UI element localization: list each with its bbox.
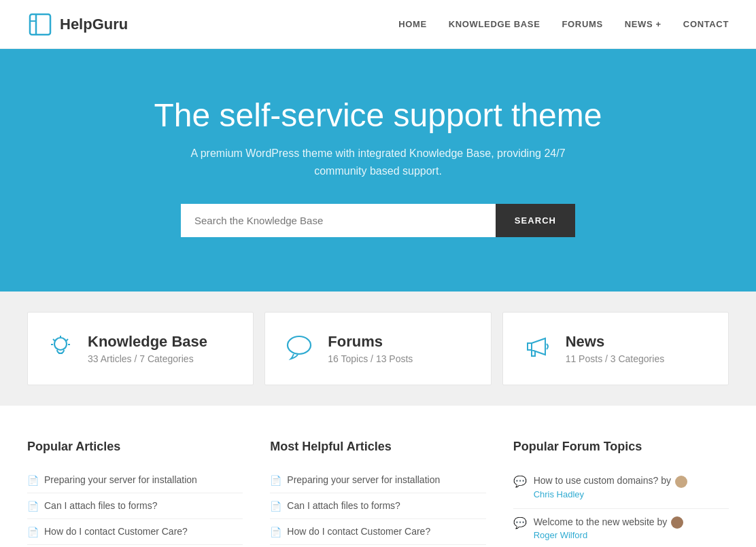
- logo[interactable]: HelpGuru: [27, 12, 128, 37]
- stat-card-2[interactable]: News 11 Posts / 3 Categories: [502, 312, 729, 385]
- main-nav: HOMEKNOWLEDGE BASEFORUMSNEWS +CONTACT: [398, 19, 729, 29]
- stat-detail-1: 16 Topics / 13 Posts: [328, 353, 413, 364]
- doc-icon: 📄: [270, 501, 281, 512]
- list-item[interactable]: 📄Can I attach files to forms?: [27, 493, 243, 519]
- article-title: How do I contact Customer Care?: [287, 526, 430, 537]
- stat-title-0: Knowledge Base: [88, 333, 207, 351]
- forum-icon: 💬: [513, 475, 527, 488]
- doc-icon: 📄: [27, 501, 39, 512]
- stats-grid: Knowledge Base 33 Articles / 7 Categorie…: [27, 312, 729, 385]
- nav-item-knowledge-base[interactable]: KNOWLEDGE BASE: [449, 19, 540, 29]
- topic-content: How to use custom domains? by Chris Hadl…: [534, 474, 689, 501]
- search-bar: SEARCH: [181, 204, 575, 237]
- stat-detail-2: 11 Posts / 3 Categories: [566, 353, 665, 364]
- svg-line-7: [67, 339, 69, 341]
- stat-info-1: Forums 16 Topics / 13 Posts: [328, 333, 413, 364]
- nav-item-contact[interactable]: CONTACT: [683, 19, 729, 29]
- nav-item-forums[interactable]: FORUMS: [562, 19, 603, 29]
- forum-topics-heading: Popular Forum Topics: [513, 440, 729, 454]
- hero-subtitle: A premium WordPress theme with integrate…: [167, 145, 589, 179]
- stat-detail-0: 33 Articles / 7 Categories: [88, 353, 207, 364]
- search-button[interactable]: SEARCH: [496, 204, 575, 237]
- list-item[interactable]: 📄Preparing your server for installation: [27, 467, 243, 493]
- forum-topic: 💬 How to use custom domains? by Chris Ha…: [513, 467, 729, 508]
- topic-title: How to use custom domains? by: [534, 475, 671, 486]
- svg-point-10: [288, 336, 311, 354]
- list-item[interactable]: 📄Can I attach files to forms?: [270, 493, 485, 519]
- nav-item-home[interactable]: HOME: [398, 19, 427, 29]
- stat-info-2: News 11 Posts / 3 Categories: [566, 333, 665, 364]
- svg-point-3: [54, 338, 67, 350]
- stat-info-0: Knowledge Base 33 Articles / 7 Categorie…: [88, 333, 207, 364]
- helpful-articles-col: Most Helpful Articles 📄Preparing your se…: [270, 440, 485, 547]
- stats-section: Knowledge Base 33 Articles / 7 Categorie…: [0, 292, 756, 406]
- doc-icon: 📄: [27, 527, 39, 537]
- stat-icon-2: [522, 333, 552, 364]
- stat-card-1[interactable]: Forums 16 Topics / 13 Posts: [264, 312, 491, 385]
- site-header: HelpGuru HOMEKNOWLEDGE BASEFORUMSNEWS +C…: [0, 0, 756, 49]
- stat-icon-0: [47, 333, 74, 364]
- doc-icon: 📄: [270, 527, 281, 537]
- logo-icon: [27, 12, 53, 37]
- forum-topics-list: 💬 How to use custom domains? by Chris Ha…: [513, 467, 729, 547]
- popular-articles-col: Popular Articles 📄Preparing your server …: [27, 440, 243, 547]
- topic-content: Welcome to the new website by Roger Wilf…: [534, 516, 685, 542]
- list-item[interactable]: 📄How do I contact Customer Care?: [270, 519, 485, 545]
- svg-line-6: [53, 339, 55, 341]
- avatar: [671, 516, 683, 529]
- popular-articles-heading: Popular Articles: [27, 440, 243, 454]
- avatar: [675, 476, 687, 488]
- helpful-articles-heading: Most Helpful Articles: [270, 440, 485, 454]
- svg-rect-0: [30, 14, 50, 35]
- popular-articles-list: 📄Preparing your server for installation📄…: [27, 467, 243, 547]
- stat-card-0[interactable]: Knowledge Base 33 Articles / 7 Categorie…: [27, 312, 254, 385]
- helpful-articles-list: 📄Preparing your server for installation📄…: [270, 467, 485, 547]
- nav-item-news[interactable]: NEWS +: [625, 19, 662, 29]
- doc-icon: 📄: [27, 475, 39, 486]
- article-title: Can I attach files to forms?: [287, 500, 400, 511]
- article-title: How do I contact Customer Care?: [44, 526, 188, 537]
- content-grid: Popular Articles 📄Preparing your server …: [27, 440, 729, 547]
- search-input[interactable]: [181, 204, 496, 237]
- list-item[interactable]: 📄How do I contact Customer Care?: [27, 519, 243, 545]
- article-title: Can I attach files to forms?: [44, 500, 158, 511]
- topic-title: Welcome to the new website by: [534, 516, 668, 527]
- topic-author[interactable]: Chris Hadley: [534, 489, 584, 499]
- stat-icon-1: [284, 333, 314, 364]
- stat-title-2: News: [566, 333, 665, 351]
- stat-title-1: Forums: [328, 333, 413, 351]
- hero-title: The self-service support theme: [27, 96, 729, 134]
- doc-icon: 📄: [270, 475, 281, 486]
- list-item[interactable]: 📄Preparing your server for installation: [270, 467, 485, 493]
- topic-author[interactable]: Roger Wilford: [534, 530, 587, 540]
- content-section: Popular Articles 📄Preparing your server …: [0, 406, 756, 547]
- forum-topic: 💬 Welcome to the new website by Roger Wi…: [513, 509, 729, 547]
- logo-text: HelpGuru: [60, 16, 128, 33]
- forum-topics-col: Popular Forum Topics 💬 How to use custom…: [513, 440, 729, 547]
- hero-section: The self-service support theme A premium…: [0, 49, 756, 292]
- article-title: Preparing your server for installation: [44, 474, 197, 485]
- article-title: Preparing your server for installation: [287, 474, 440, 485]
- forum-icon: 💬: [513, 516, 527, 529]
